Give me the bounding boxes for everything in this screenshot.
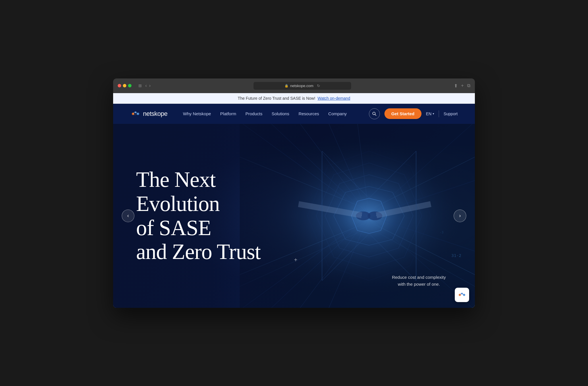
nav-item-solutions[interactable]: Solutions	[268, 109, 293, 118]
hero-content: The Next Evolution of SASE and Zero Trus…	[113, 168, 314, 264]
hero-title: The Next Evolution of SASE and Zero Trus…	[136, 168, 291, 264]
address-bar[interactable]: 🔒 netskope.com ↻	[254, 82, 351, 90]
sidebar-toggle-button[interactable]: ⊞	[137, 83, 143, 89]
tab-overview-button[interactable]: ⧉	[467, 83, 470, 88]
nav-item-resources[interactable]: Resources	[295, 109, 323, 118]
search-icon	[372, 112, 377, 116]
carousel-prev-button[interactable]: ‹	[122, 210, 134, 222]
browser-chrome: ⊞ ‹ › 🔒 netskope.com ↻ ⬆ + ⧉	[113, 78, 475, 93]
maximize-button[interactable]	[128, 84, 131, 87]
hero-title-line2: of SASE	[136, 216, 211, 240]
logo-text: netskope	[143, 110, 167, 118]
logo-container[interactable]: netskope	[130, 110, 167, 118]
logo-icon	[130, 110, 141, 117]
language-selector[interactable]: EN ▾	[426, 112, 434, 116]
lang-label: EN	[426, 112, 432, 116]
website-content: The Future of Zero Trust and SASE is Now…	[113, 93, 475, 308]
carousel-next-button[interactable]: ›	[454, 210, 466, 222]
back-button[interactable]: ‹	[145, 83, 147, 88]
support-link[interactable]: Support	[444, 112, 458, 116]
hero-title-line1: The Next Evolution	[136, 167, 220, 216]
reload-button[interactable]: ↻	[317, 84, 320, 88]
search-button[interactable]	[369, 108, 380, 119]
announcement-text: The Future of Zero Trust and SASE is Now…	[238, 96, 315, 101]
close-button[interactable]	[118, 84, 121, 87]
browser-controls: ⊞ ‹ ›	[137, 83, 151, 89]
url-text: netskope.com	[290, 84, 314, 88]
minimize-button[interactable]	[123, 84, 126, 87]
chatbot-widget[interactable]	[455, 288, 469, 302]
get-started-button[interactable]: Get Started	[384, 108, 421, 119]
nav-divider	[439, 110, 439, 117]
nav-item-platform[interactable]: Platform	[216, 109, 240, 118]
forward-button[interactable]: ›	[149, 83, 150, 88]
announcement-banner: The Future of Zero Trust and SASE is Now…	[113, 93, 475, 104]
chatbot-icon	[458, 291, 466, 298]
announcement-link[interactable]: Watch on-demand	[318, 96, 350, 101]
lock-icon: 🔒	[285, 84, 289, 88]
nav-item-why-netskope[interactable]: Why Netskope	[179, 109, 215, 118]
navbar: netskope Why Netskope Platform Products …	[113, 104, 475, 124]
share-button[interactable]: ⬆	[454, 83, 458, 89]
nav-item-products[interactable]: Products	[241, 109, 266, 118]
chevron-down-icon: ▾	[433, 112, 434, 115]
nav-links: Why Netskope Platform Products Solutions…	[179, 109, 369, 118]
hero-title-line3: and Zero Trust	[136, 239, 261, 264]
traffic-lights	[118, 84, 131, 87]
hero-section: 31-2 -3 Th	[113, 124, 475, 308]
browser-window: ⊞ ‹ › 🔒 netskope.com ↻ ⬆ + ⧉ The Future …	[113, 78, 475, 308]
new-tab-button[interactable]: +	[461, 83, 464, 88]
plus-marker: +	[294, 257, 297, 263]
browser-actions: ⬆ + ⧉	[454, 83, 470, 89]
svg-line-4	[375, 114, 376, 116]
address-bar-container: 🔒 netskope.com ↻	[154, 82, 450, 90]
nav-item-company[interactable]: Company	[324, 109, 351, 118]
nav-right: Get Started EN ▾ Support	[369, 108, 458, 119]
hero-subtitle: Reduce cost and complexity with the powe…	[389, 274, 449, 288]
